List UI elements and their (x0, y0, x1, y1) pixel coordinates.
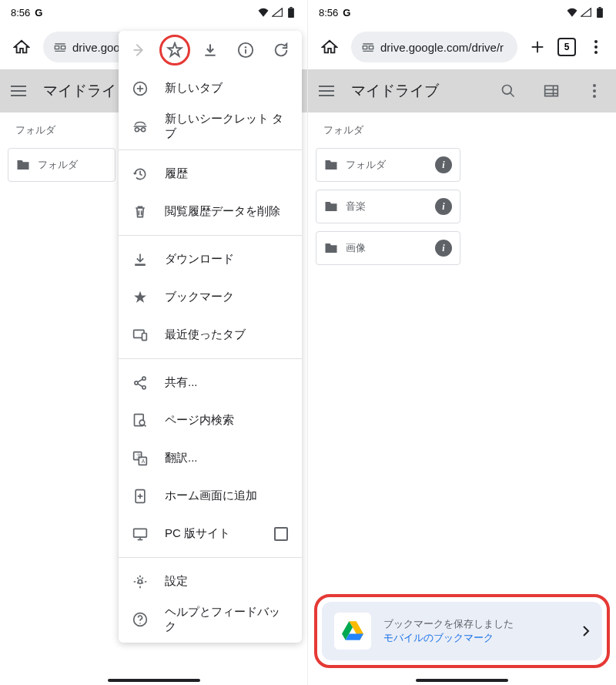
info-icon[interactable]: i (435, 198, 452, 215)
hamburger-icon[interactable] (6, 85, 31, 97)
menu-toolbar (119, 31, 302, 69)
wifi-icon (567, 7, 578, 18)
nav-bar-pill (416, 679, 508, 682)
menu-item-translate[interactable]: 文A翻訳... (119, 439, 302, 477)
menu-item-label: 翻訳... (165, 451, 288, 465)
gear-icon (132, 574, 148, 589)
new-tab-button[interactable] (524, 33, 551, 61)
svg-rect-43 (369, 46, 373, 49)
menu-item-label: 共有... (165, 375, 288, 390)
svg-rect-56 (545, 86, 558, 96)
chrome-menu: 新しいタブ新しいシークレット タブ履歴閲覧履歴データを削除ダウンロードブックマー… (119, 31, 302, 643)
menu-item-desktop[interactable]: PC 版サイト (119, 515, 302, 552)
folder-card[interactable]: フォルダ i (316, 148, 460, 182)
folder-name: フォルダ (38, 158, 107, 172)
menu-item-label: 新しいタブ (165, 81, 288, 96)
svg-point-60 (593, 84, 596, 87)
bookmark-toast[interactable]: ブックマークを保存しました モバイルのブックマーク (322, 602, 602, 660)
menu-item-star-fill[interactable]: ブックマーク (119, 278, 302, 316)
svg-rect-1 (290, 7, 292, 8)
star-fill-icon (132, 290, 148, 305)
svg-point-62 (593, 95, 596, 98)
menu-item-label: 最近使ったタブ (165, 327, 288, 342)
menu-separator (119, 557, 302, 558)
folder-grid-right: フォルダ i 音楽 i 画像 i (308, 148, 616, 265)
tab-switcher-button[interactable]: 5 (557, 38, 576, 56)
svg-point-54 (503, 86, 512, 95)
menu-item-help[interactable]: ヘルプとフィードバック (119, 600, 302, 638)
menu-item-label: ホーム画面に追加 (165, 489, 288, 503)
menu-item-label: 設定 (165, 574, 288, 589)
folder-card[interactable]: 画像 i (316, 231, 460, 265)
trash-icon (132, 204, 148, 220)
clock-text: 8:56 (11, 7, 30, 18)
assistant-g: G (343, 7, 350, 18)
svg-line-23 (138, 383, 143, 386)
search-button[interactable] (493, 83, 524, 99)
checkbox[interactable] (274, 527, 288, 541)
folder-icon (16, 159, 30, 171)
toast-line1: ブックマークを保存しました (383, 617, 570, 631)
svg-rect-2 (55, 46, 59, 49)
folder-card[interactable]: フォルダ (8, 148, 116, 182)
menu-item-trash[interactable]: 閲覧履歴データを削除 (119, 193, 302, 230)
home-button[interactable] (6, 32, 37, 62)
svg-rect-3 (61, 46, 65, 49)
signal-icon (272, 7, 283, 18)
drive-logo-icon (334, 613, 371, 650)
menu-item-share[interactable]: 共有... (119, 364, 302, 401)
more-button[interactable] (582, 33, 610, 61)
forward-button[interactable] (124, 35, 155, 65)
right-screen: 8:56 G drive.google.com/drive/r 5 マイドライブ (308, 0, 616, 685)
toast-text: ブックマークを保存しました モバイルのブックマーク (383, 617, 570, 645)
folder-card[interactable]: 音楽 i (316, 190, 460, 223)
svg-line-22 (138, 379, 143, 382)
info-icon[interactable]: i (435, 240, 452, 257)
wifi-icon (258, 7, 269, 18)
folder-section-label: フォルダ (308, 112, 616, 148)
clock-text: 8:56 (319, 7, 338, 18)
menu-item-label: ページ内検索 (165, 413, 288, 428)
menu-item-add-home[interactable]: ホーム画面に追加 (119, 477, 302, 515)
battery-icon (594, 7, 605, 18)
menu-item-gear[interactable]: 設定 (119, 562, 302, 600)
left-screen: 8:56 G drive.goog マイドライ フォルダ フォルダ (0, 0, 308, 685)
plus-box-icon (132, 81, 148, 96)
hamburger-icon[interactable] (314, 85, 339, 97)
menu-item-incognito[interactable]: 新しいシークレット タブ (119, 107, 302, 145)
info-button[interactable] (230, 35, 261, 65)
svg-rect-0 (288, 8, 294, 18)
menu-item-label: 履歴 (165, 166, 288, 181)
menu-item-plus-box[interactable]: 新しいタブ (119, 69, 302, 107)
menu-item-devices[interactable]: 最近使ったタブ (119, 316, 302, 354)
folder-icon (324, 159, 338, 171)
home-button[interactable] (314, 32, 345, 62)
translate-icon: 文A (132, 451, 148, 466)
chrome-toolbar: drive.google.com/drive/r 5 (308, 25, 616, 69)
menu-item-history[interactable]: 履歴 (119, 155, 302, 193)
desktop-icon (132, 526, 148, 542)
menu-item-find[interactable]: ページ内検索 (119, 401, 302, 439)
menu-item-label: ブックマーク (165, 290, 288, 304)
svg-rect-41 (598, 7, 601, 8)
reload-button[interactable] (266, 35, 296, 65)
svg-point-39 (139, 623, 141, 624)
menu-item-label: 新しいシークレット タブ (165, 112, 288, 141)
menu-item-label: ダウンロード (165, 252, 288, 267)
devices-icon (132, 327, 148, 343)
download-button[interactable] (195, 35, 226, 65)
svg-point-25 (139, 420, 145, 425)
folder-name: 画像 (346, 241, 427, 255)
menu-separator (119, 235, 302, 236)
menu-item-download[interactable]: ダウンロード (119, 240, 302, 278)
url-text: drive.google.com/drive/r (380, 41, 504, 54)
folder-name: 音楽 (346, 200, 427, 213)
url-bar[interactable]: drive.google.com/drive/r (351, 32, 517, 62)
info-icon[interactable]: i (435, 156, 452, 173)
history-icon (132, 166, 148, 182)
bookmark-star-button[interactable] (159, 35, 190, 65)
status-bar: 8:56 G (0, 0, 307, 25)
view-toggle-button[interactable] (536, 84, 567, 98)
svg-line-26 (144, 425, 146, 427)
drive-more-button[interactable] (579, 84, 610, 98)
